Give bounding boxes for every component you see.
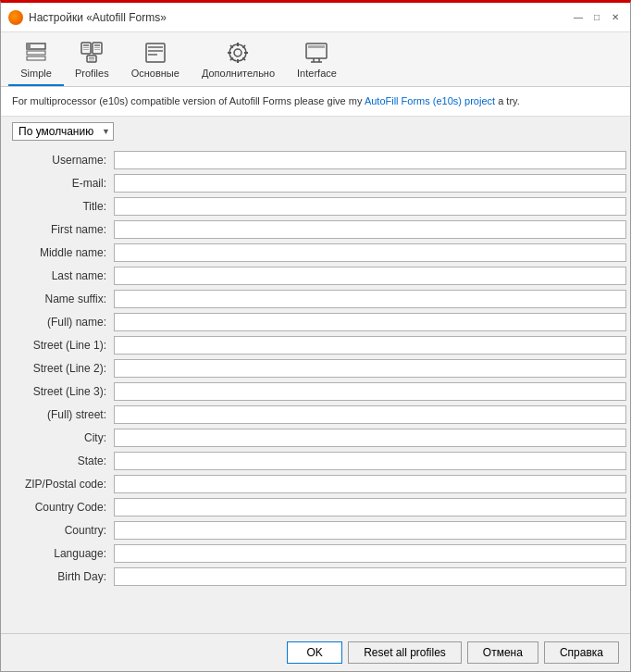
tab-interface[interactable]: Interface — [286, 36, 348, 86]
help-button[interactable]: Справка — [544, 641, 619, 664]
label-middle-name: Middle name: — [12, 246, 114, 259]
svg-rect-2 — [27, 51, 45, 55]
svg-rect-17 — [148, 50, 163, 52]
input-full-street[interactable] — [114, 405, 626, 424]
form-row: ZIP/Postal code: — [12, 474, 626, 494]
svg-rect-16 — [148, 46, 163, 48]
form-row: E-mail: — [12, 173, 626, 193]
tab-interface-label: Interface — [297, 68, 337, 79]
form-row: Street (Line 2): — [12, 358, 626, 379]
label-email: E-mail: — [12, 177, 114, 190]
form-row: Middle name: — [12, 243, 626, 263]
tab-profiles-label: Profiles — [75, 68, 109, 79]
input-first-name[interactable] — [114, 220, 626, 239]
profile-dropdown[interactable]: По умолчанию — [12, 122, 114, 141]
form-row: State: — [12, 451, 626, 471]
title-bar: Настройки «Autofill Forms» — □ ✕ — [1, 3, 630, 32]
input-username[interactable] — [114, 151, 626, 169]
svg-rect-1 — [27, 44, 31, 49]
label-zip: ZIP/Postal code: — [12, 478, 114, 491]
label-last-name: Last name: — [12, 269, 114, 282]
tab-simple-label: Simple — [20, 68, 52, 79]
form-scroll[interactable]: Username:E-mail:Title:First name:Middle … — [12, 150, 630, 629]
input-country[interactable] — [114, 521, 626, 540]
form-row: (Full) street: — [12, 404, 626, 425]
tab-dopolnitelno-label: Дополнительно — [202, 68, 275, 79]
svg-rect-11 — [94, 49, 100, 50]
svg-rect-13 — [89, 57, 94, 59]
input-street1[interactable] — [114, 336, 626, 355]
input-country-code[interactable] — [114, 498, 626, 516]
form-row: Title: — [12, 196, 626, 217]
cancel-button[interactable]: Отмена — [467, 641, 538, 664]
tab-osnovnye[interactable]: Основные — [120, 36, 191, 86]
profiles-icon — [79, 40, 105, 66]
label-title: Title: — [12, 200, 114, 213]
info-text-before: For multiprocessor (e10s) compatible ver… — [12, 95, 365, 106]
reset-all-profiles-button[interactable]: Reset all profiles — [348, 641, 462, 664]
toolbar: Simple Profiles — [1, 32, 630, 87]
form-row: Name suffix: — [12, 289, 626, 309]
form-row: City: — [12, 428, 626, 448]
svg-rect-9 — [94, 44, 100, 46]
profile-dropdown-wrapper: По умолчанию ▼ — [12, 122, 114, 141]
tab-osnovnye-label: Основные — [131, 68, 179, 79]
label-state: State: — [12, 454, 114, 467]
svg-rect-10 — [94, 47, 100, 48]
input-birth-day[interactable] — [114, 567, 626, 586]
maximize-button[interactable]: □ — [589, 10, 604, 25]
form-row: Last name: — [12, 266, 626, 286]
label-street2: Street (Line 2): — [12, 362, 114, 375]
interface-icon — [303, 40, 329, 66]
svg-rect-3 — [27, 56, 45, 60]
form-row: Birth Day: — [12, 566, 626, 587]
label-language: Language: — [12, 547, 114, 560]
input-email[interactable] — [114, 174, 626, 193]
firefox-icon — [8, 10, 23, 25]
svg-rect-30 — [308, 45, 325, 48]
simple-icon — [23, 40, 49, 66]
tab-dopolnitelno[interactable]: Дополнительно — [191, 36, 286, 86]
app-window: Настройки «Autofill Forms» — □ ✕ Simple — [0, 0, 631, 672]
input-street2[interactable] — [114, 359, 626, 378]
dopolnitelno-icon — [225, 40, 251, 66]
form-row: Language: — [12, 543, 626, 564]
title-bar-left: Настройки «Autofill Forms» — [8, 10, 167, 25]
label-street3: Street (Line 3): — [12, 385, 114, 398]
input-middle-name[interactable] — [114, 243, 626, 262]
input-street3[interactable] — [114, 382, 626, 401]
svg-point-20 — [234, 49, 241, 56]
window-title: Настройки «Autofill Forms» — [29, 11, 167, 24]
label-name-suffix: Name suffix: — [12, 292, 114, 305]
footer: OK Reset all profiles Отмена Справка — [1, 633, 630, 671]
label-street1: Street (Line 1): — [12, 339, 114, 352]
input-title[interactable] — [114, 197, 626, 216]
info-link[interactable]: AutoFill Forms (e10s) project — [365, 95, 495, 106]
label-first-name: First name: — [12, 223, 114, 236]
label-full-name: (Full) name: — [12, 316, 114, 329]
label-city: City: — [12, 431, 114, 444]
input-language[interactable] — [114, 544, 626, 563]
form-area: Username:E-mail:Title:First name:Middle … — [1, 146, 630, 633]
input-full-name[interactable] — [114, 313, 626, 331]
close-button[interactable]: ✕ — [608, 10, 623, 25]
label-username: Username: — [12, 154, 114, 167]
input-last-name[interactable] — [114, 267, 626, 285]
input-city[interactable] — [114, 429, 626, 447]
input-name-suffix[interactable] — [114, 290, 626, 308]
ok-button[interactable]: OK — [287, 641, 342, 664]
input-zip[interactable] — [114, 475, 626, 493]
label-full-street: (Full) street: — [12, 408, 114, 421]
form-row: Country: — [12, 520, 626, 541]
svg-rect-18 — [148, 54, 157, 56]
info-bar: For multiprocessor (e10s) compatible ver… — [1, 87, 630, 117]
form-row: First name: — [12, 219, 626, 240]
input-state[interactable] — [114, 452, 626, 470]
label-birth-day: Birth Day: — [12, 570, 114, 583]
tab-simple[interactable]: Simple — [8, 36, 64, 86]
minimize-button[interactable]: — — [571, 10, 586, 25]
tab-profiles[interactable]: Profiles — [64, 36, 120, 86]
form-row: Street (Line 3): — [12, 381, 626, 402]
label-country: Country: — [12, 524, 114, 537]
svg-rect-5 — [83, 44, 89, 46]
